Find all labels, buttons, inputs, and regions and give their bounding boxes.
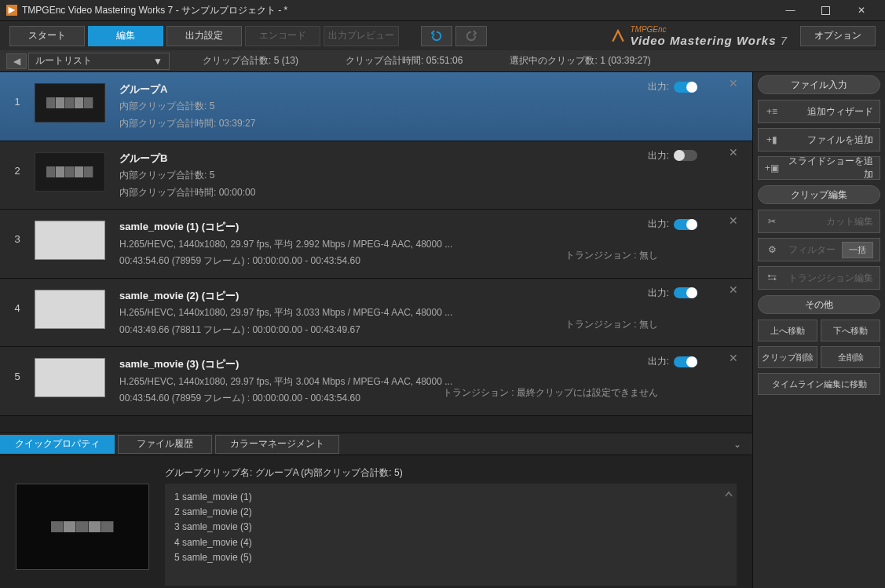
clip-row[interactable]: 4samle_movie (2) (コピー)H.265/HEVC, 1440x1… [0, 279, 752, 348]
list-dropdown[interactable]: ルートリスト ▼ [28, 53, 170, 70]
add-file-button[interactable]: +▮ ファイルを追加 [758, 128, 880, 152]
delete-all-button[interactable]: 全削除 [821, 346, 880, 368]
titlebar: TMPGEnc Video Mastering Works 7 - サンプルプロ… [0, 0, 885, 20]
add-slideshow-button[interactable]: +▣ スライドショーを追加 [758, 156, 880, 180]
transition-label: トランジション : 最終クリップには設定できません [443, 386, 658, 400]
clip-number: 3 [0, 217, 35, 245]
redo-button[interactable] [455, 26, 487, 46]
tab-output[interactable]: 出力設定 [166, 26, 242, 46]
cut-edit-button[interactable]: ✂ カット編集 [758, 210, 880, 233]
transition-icon: ⮀ [765, 272, 779, 283]
tab-encode[interactable]: エンコード [245, 26, 320, 46]
property-list-item: 2 samle_movie (2) [174, 505, 727, 520]
remove-clip-button[interactable]: ✕ [729, 77, 738, 89]
tab-quickprop[interactable]: クイックプロパティ [0, 435, 115, 454]
filter-button[interactable]: ⚙ フィルター 一括 [758, 238, 880, 261]
clip-row[interactable]: 1グループA内部クリップ合計数: 5内部クリップ合計時間: 03:39:27出力… [0, 72, 752, 141]
output-toggle[interactable] [674, 219, 697, 230]
output-toggle[interactable] [674, 356, 697, 367]
clip-thumbnail [35, 290, 105, 329]
plus-file-icon: +▮ [765, 134, 779, 145]
property-list-item: 1 samle_movie (1) [174, 490, 727, 505]
maximize-button[interactable] [808, 0, 843, 20]
status-bar: ◀ ルートリスト ▼ クリップ合計数: 5 (13) クリップ合計時間: 05:… [0, 50, 885, 72]
output-toggle-group: 出力: [648, 287, 697, 300]
clip-meta1: 内部クリップ合計数: 5 [119, 167, 752, 184]
clip-row[interactable]: 2グループB内部クリップ合計数: 5内部クリップ合計時間: 00:00:00出力… [0, 141, 752, 210]
collapse-panel-button[interactable]: ⌄ [722, 439, 752, 450]
brand: TMPGEnc Video Mastering Works 7 [490, 25, 797, 47]
clip-time: クリップ合計時間: 05:51:06 [322, 54, 486, 68]
output-toggle[interactable] [674, 287, 697, 298]
timeline-edit-button[interactable]: タイムライン編集に移動 [758, 373, 880, 395]
move-up-button[interactable]: 上へ移動 [758, 320, 817, 341]
tab-preview[interactable]: 出力プレビュー [324, 26, 399, 46]
batch-button[interactable]: 一括 [842, 242, 873, 258]
scissors-icon: ✂ [765, 216, 779, 227]
remove-clip-button[interactable]: ✕ [729, 146, 738, 159]
tab-start[interactable]: スタート [9, 26, 85, 46]
remove-clip-button[interactable]: ✕ [729, 214, 738, 227]
delete-clip-button[interactable]: クリップ削除 [758, 346, 817, 368]
remove-clip-button[interactable]: ✕ [729, 283, 738, 296]
transition-edit-button[interactable]: ⮀ トランジション編集 [758, 266, 880, 290]
clip-meta2: 内部クリップ合計時間: 03:39:27 [119, 115, 752, 133]
clip-count: クリップ合計数: 5 (13) [179, 54, 322, 68]
clip-number: 1 [0, 80, 35, 108]
output-toggle-group: 出力: [648, 355, 697, 368]
side-header-file: ファイル入力 [758, 75, 880, 94]
minimize-button[interactable]: — [773, 0, 808, 20]
bottom-tabs: クイックプロパティ ファイル履歴 カラーマネージメント ⌄ [0, 433, 752, 455]
close-button[interactable]: ✕ [843, 0, 879, 20]
group-thumbnail [35, 152, 105, 192]
window-title: TMPGEnc Video Mastering Works 7 - サンプルプロ… [22, 4, 773, 17]
clip-list-panel: 1グループA内部クリップ合計数: 5内部クリップ合計時間: 03:39:27出力… [0, 72, 753, 588]
gear-icon: ⚙ [765, 244, 779, 255]
remove-clip-button[interactable]: ✕ [729, 352, 738, 364]
clip-row[interactable]: 5samle_movie (3) (コピー)H.265/HEVC, 1440x1… [0, 347, 752, 416]
clip-thumbnail [35, 221, 105, 260]
dropdown-label: ルートリスト [35, 54, 92, 68]
clip-number: 2 [0, 149, 35, 177]
transition-label: トランジション : 無し [565, 249, 658, 262]
nav-back[interactable]: ◀ [6, 53, 27, 69]
property-list-item: 3 samle_movie (3) [174, 520, 727, 535]
clip-meta1: 内部クリップ合計数: 5 [119, 98, 752, 115]
options-button[interactable]: オプション [800, 26, 876, 46]
group-thumbnail [35, 83, 105, 122]
output-toggle[interactable] [674, 82, 697, 93]
property-title: グループクリップ名: グループA (内部クリップ合計数: 5) [165, 466, 403, 480]
scrollbar[interactable] [724, 490, 733, 579]
clip-selected: 選択中のクリップ数: 1 (03:39:27) [486, 54, 674, 68]
side-header-other: その他 [758, 295, 880, 314]
tab-filehistory[interactable]: ファイル履歴 [118, 435, 212, 454]
wizard-button[interactable]: +≡ 追加ウィザード [758, 100, 880, 123]
transition-label: トランジション : 無し [565, 318, 658, 331]
clip-thumbnail [35, 358, 105, 397]
property-list-item: 5 samle_movie (5) [174, 550, 727, 565]
tab-colormgmt[interactable]: カラーマネージメント [215, 435, 339, 454]
move-down-button[interactable]: 下へ移動 [821, 320, 880, 341]
brand-small: TMPGEnc [630, 25, 788, 34]
sidebar: ファイル入力 +≡ 追加ウィザード +▮ ファイルを追加 +▣ スライドショーを… [753, 72, 885, 588]
undo-button[interactable] [421, 26, 452, 46]
plus-slides-icon: +▣ [765, 163, 779, 173]
svg-rect-1 [822, 6, 830, 14]
output-toggle-group: 出力: [648, 80, 697, 93]
tab-edit[interactable]: 編集 [88, 26, 163, 46]
clip-meta2: 内部クリップ合計時間: 00:00:00 [119, 184, 752, 202]
brand-main: Video Mastering Works 7 [630, 34, 788, 47]
property-panel: グループクリップ名: グループA (内部クリップ合計数: 5) 1 samle_… [0, 455, 752, 588]
clip-number: 5 [0, 355, 35, 382]
property-thumbnail [16, 484, 149, 570]
output-toggle-group: 出力: [648, 217, 697, 231]
clip-number: 4 [0, 287, 35, 314]
property-info: グループクリップ名: グループA (内部クリップ合計数: 5) 1 samle_… [165, 484, 737, 586]
app-icon [6, 5, 17, 16]
output-toggle-group: 出力: [648, 149, 697, 163]
clip-row[interactable]: 3samle_movie (1) (コピー)H.265/HEVC, 1440x1… [0, 210, 752, 279]
plus-list-icon: +≡ [765, 106, 779, 117]
side-header-edit: クリップ編集 [758, 185, 880, 204]
chevron-down-icon: ▼ [153, 56, 163, 67]
output-toggle[interactable] [674, 150, 697, 161]
